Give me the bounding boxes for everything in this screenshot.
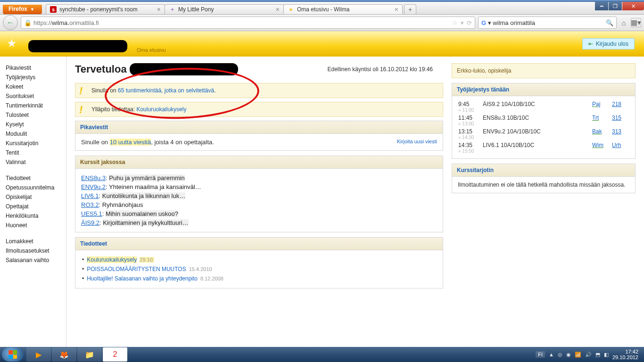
tab-1[interactable]: s synchtube - ponenyymit's room × bbox=[46, 4, 165, 14]
teacher-link[interactable]: Paj bbox=[592, 101, 600, 107]
sidebar-item[interactable]: Moduulit bbox=[6, 129, 66, 139]
sidebar-item[interactable]: Opetussuunnitelma bbox=[6, 183, 66, 192]
sidebar-item[interactable]: Tiedotteet bbox=[6, 173, 66, 183]
course-link[interactable]: ENV9u.2 bbox=[81, 183, 106, 190]
addon-icon[interactable]: ▦▾ bbox=[631, 18, 641, 27]
alert-tuntimerkinnat: ! Sinulla on 65 tuntimerkintää, jotka on… bbox=[75, 83, 443, 98]
course-row: UES5.1: Mihin suomalainen uskoo? bbox=[81, 209, 437, 218]
new-tab-button[interactable]: + bbox=[404, 4, 416, 14]
schedule-row: 13:15» 14:30ENV9u.2 10A/10B/10CBak313 bbox=[457, 127, 630, 141]
panel-pikaviestit: Pikaviestit Sinulle on 10 uutta viestiä,… bbox=[75, 121, 443, 151]
news-link[interactable]: Kouluruokailukysely bbox=[87, 256, 137, 263]
google-icon: G bbox=[481, 19, 486, 26]
close-icon[interactable]: × bbox=[276, 6, 280, 13]
redacted-name bbox=[28, 40, 127, 52]
news-link[interactable]: Huoltajille! Salasanan vaihto ja yhteyde… bbox=[87, 275, 198, 282]
sidebar-item[interactable]: Salasanan vaihto bbox=[6, 255, 66, 265]
sidebar-item[interactable]: Kurssitarjotin bbox=[6, 139, 66, 148]
home-icon[interactable]: ⌂ bbox=[619, 18, 628, 27]
tab-title: synchtube - ponenyymit's room bbox=[59, 6, 138, 13]
window-maximize-button[interactable]: ❐ bbox=[609, 2, 622, 10]
room-link[interactable]: 313 bbox=[612, 128, 621, 135]
sidebar-item[interactable]: Pikaviestit bbox=[6, 63, 66, 73]
task-mediaplayer[interactable]: ▶ bbox=[26, 347, 51, 362]
teacher-link[interactable]: Wim bbox=[592, 142, 603, 148]
url-suffix: orimattila.fi bbox=[69, 19, 99, 26]
course-link[interactable]: ENS8u.3 bbox=[81, 174, 106, 181]
sidebar-item[interactable]: Tulosteet bbox=[6, 110, 66, 120]
tab-3[interactable]: ★ Oma etusivu - Wilma × bbox=[283, 4, 403, 14]
course-link[interactable]: UES5.1 bbox=[81, 210, 102, 217]
star-icon[interactable]: ☆ bbox=[452, 19, 458, 26]
task-firefox[interactable]: 🦊 bbox=[52, 347, 76, 362]
sidebar-item[interactable]: Suoritukset bbox=[6, 91, 66, 101]
close-icon[interactable]: × bbox=[157, 6, 161, 13]
alert-link[interactable]: Kouluruokailukysely bbox=[136, 106, 186, 113]
messages-link[interactable]: 10 uutta viestiä bbox=[110, 139, 151, 146]
user-info: Erkko-lukio, opiskelija bbox=[452, 63, 636, 78]
url-bar[interactable]: 🔒 https://wilma.orimattila.fi ☆▾⟳ bbox=[21, 16, 475, 29]
reload-icon[interactable]: ⟳ bbox=[467, 19, 472, 26]
window-close-button[interactable]: ✕ bbox=[622, 2, 644, 10]
sidebar-item[interactable]: Työjärjestys bbox=[6, 73, 66, 82]
firefox-menu-button[interactable]: Firefox bbox=[3, 5, 42, 14]
schedule-row: 14:35» 15:50LIV6.1 10A/10B/10CWimUrh bbox=[457, 141, 630, 155]
sidebar-item[interactable]: Henkilökunta bbox=[6, 211, 66, 221]
room-link[interactable]: Urh bbox=[612, 142, 621, 148]
tray-icon[interactable]: ⬒ bbox=[595, 352, 600, 358]
window-minimize-button[interactable]: ━ bbox=[595, 2, 608, 10]
sidebar-item[interactable]: Opiskelijat bbox=[6, 192, 66, 202]
system-tray: FI ▲ ◎ ◉ 📶 🔊 ⬒ ◧ 17:4229.10.2012 bbox=[536, 349, 642, 360]
breadcrumb[interactable]: Oma etusivu bbox=[137, 47, 166, 53]
panel-heading: Pikaviestit bbox=[75, 121, 443, 134]
course-link[interactable]: ÄIS9.2 bbox=[81, 219, 99, 226]
teacher-link[interactable]: Bak bbox=[592, 128, 602, 135]
sidebar-item[interactable]: Valinnat bbox=[6, 157, 66, 167]
panel-heading: Työjärjestys tänään bbox=[452, 83, 635, 96]
schedule-row: 11:45» 13:00ENS8u.3 10B/10CTrt315 bbox=[457, 114, 630, 127]
tray-clock[interactable]: 17:4229.10.2012 bbox=[612, 349, 638, 360]
favicon-mlp: ✦ bbox=[169, 6, 175, 13]
start-button[interactable] bbox=[2, 347, 24, 362]
alert-link[interactable]: 65 tuntimerkintää, jotka on selvitettävä bbox=[118, 87, 214, 94]
course-link[interactable]: RO3.2 bbox=[81, 201, 99, 208]
sidebar-item[interactable]: Tuntimerkinnät bbox=[6, 101, 66, 110]
sidebar-item[interactable]: Ilmoitusasetukset bbox=[6, 246, 66, 255]
sidebar-item[interactable]: Huoneet bbox=[6, 221, 66, 230]
search-bar[interactable]: G ▾ wilma orimattila 🔍 bbox=[478, 16, 617, 29]
last-visit-text: Edellinen käyntisi oli 16.10.2012 klo 19… bbox=[328, 66, 433, 73]
course-link[interactable]: LIV6.1 bbox=[81, 192, 99, 199]
alert-icon: ! bbox=[79, 104, 83, 116]
task-app[interactable]: 2 bbox=[103, 347, 127, 362]
logout-button[interactable]: Kirjaudu ulos bbox=[582, 38, 635, 49]
panel-heading: Kurssitarjotin bbox=[452, 164, 635, 177]
sidebar-item[interactable]: Kyselyt bbox=[6, 120, 66, 129]
wilma-logo-icon: ★ bbox=[7, 37, 21, 51]
write-message-link[interactable]: Kirjoita uusi viesti bbox=[397, 139, 437, 146]
room-link[interactable]: 315 bbox=[612, 115, 621, 121]
tray-volume-icon[interactable]: 🔊 bbox=[585, 352, 592, 358]
tray-icon[interactable]: ◧ bbox=[604, 352, 609, 358]
task-explorer[interactable]: 📁 bbox=[77, 347, 102, 362]
schedule-table: 9:45» 11:00ÄIS9.2 10A/10B/10CPaj21811:45… bbox=[457, 100, 630, 155]
teacher-link[interactable]: Trt bbox=[592, 115, 599, 121]
close-icon[interactable]: × bbox=[395, 6, 398, 13]
tray-flag-icon[interactable]: ▲ bbox=[549, 352, 554, 357]
panel-heading: Tiedotteet bbox=[75, 238, 443, 250]
back-button[interactable]: ← bbox=[3, 15, 18, 30]
tab-2[interactable]: ✦ My Little Pony × bbox=[165, 4, 284, 14]
redacted-name-2 bbox=[130, 63, 238, 75]
tray-icon[interactable]: ◎ bbox=[558, 352, 562, 358]
sidebar-item[interactable]: Tentit bbox=[6, 148, 66, 157]
lang-indicator[interactable]: FI bbox=[536, 351, 545, 358]
sidebar-item[interactable]: Opettajat bbox=[6, 202, 66, 211]
sidebar-item[interactable]: Lomakkeet bbox=[6, 237, 66, 246]
room-link[interactable]: 218 bbox=[612, 101, 621, 107]
tray-network-icon[interactable]: 📶 bbox=[575, 352, 581, 358]
search-icon[interactable]: 🔍 bbox=[606, 19, 613, 26]
tray-icon[interactable]: ◉ bbox=[566, 352, 571, 358]
sidebar-item[interactable]: Kokeet bbox=[6, 82, 66, 91]
news-link[interactable]: POISSAOLOMÄÄRITYSTEN MUUTOS bbox=[87, 266, 186, 272]
search-value: wilma orimattila bbox=[493, 19, 535, 26]
news-item: Huoltajille! Salasanan vaihto ja yhteyde… bbox=[81, 274, 437, 283]
